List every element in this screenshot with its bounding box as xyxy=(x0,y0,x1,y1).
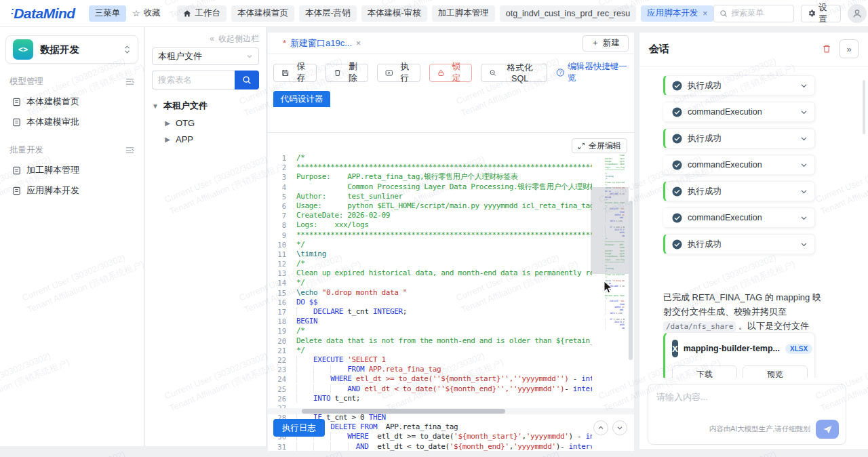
page-tab-2[interactable]: 本体建模首页 xyxy=(231,5,294,22)
delivery-file-card: X mapping-builder-temp... XLSX 下载 预览 xyxy=(663,332,815,378)
chevron-down-icon xyxy=(800,241,808,248)
unsaved-marker: * xyxy=(283,38,286,48)
lock-icon xyxy=(437,68,445,77)
horizontal-scrollbar-thumb[interactable] xyxy=(302,409,505,414)
code-line: 23 FROM APP.reta_fina_tag xyxy=(268,365,592,374)
document-icon xyxy=(12,118,21,127)
code-line: 17 DECLARE t_cnt INTEGER; xyxy=(268,307,592,317)
table-search-button[interactable] xyxy=(235,71,259,90)
tab-execution-log[interactable]: 执行日志 xyxy=(273,419,325,437)
product-title: 数据开发 xyxy=(40,43,117,56)
code-line: 11\timing xyxy=(268,250,592,259)
sidebar-item-应用脚本开发[interactable]: 应用脚本开发 xyxy=(5,180,138,201)
code-line: 20Delete data that is not from the month… xyxy=(268,336,592,346)
page-tab-1[interactable]: 工作台 xyxy=(177,5,226,22)
open-page-tabs: 工作台本体建模首页本体层-营销本体建模-审核加工脚本管理otg_indvl_cu… xyxy=(177,5,713,22)
chevron-down-icon xyxy=(246,53,253,60)
table-search-input[interactable] xyxy=(152,71,235,90)
page-tab-6[interactable]: otg_indvl_cust_ins_prd_rec_resu xyxy=(500,5,636,22)
tree-node-APP[interactable]: ▶APP xyxy=(164,132,259,146)
menu-search-input[interactable]: 搜索菜单 xyxy=(713,5,794,22)
delete-button[interactable]: 删除 xyxy=(326,64,369,82)
send-button[interactable] xyxy=(816,420,839,439)
session-step-3[interactable]: 执行成功 xyxy=(663,128,815,148)
caret-right-icon: ▶ xyxy=(164,136,171,143)
switcher-updown-icon xyxy=(123,45,131,54)
format-sql-button[interactable]: 格式化SQL xyxy=(481,64,547,82)
chevron-down-icon xyxy=(800,135,808,142)
code-line: 16DO $$ xyxy=(268,298,592,307)
session-panel: 会话 » 执行成功commandExecution执行成功commandExec… xyxy=(639,33,868,449)
sidebar-item-本体建模首页[interactable]: 本体建模首页 xyxy=(5,92,138,112)
home-icon xyxy=(183,9,191,18)
check-circle-icon xyxy=(672,239,682,250)
code-line: 9***************************************… xyxy=(268,231,592,240)
sidebar-item-本体建模审批[interactable]: 本体建模审批 xyxy=(5,112,138,132)
favorites-button[interactable]: ☆收藏 xyxy=(126,5,166,22)
double-chevron-left-icon: « xyxy=(210,34,214,43)
close-tab-icon[interactable]: × xyxy=(703,9,707,18)
chat-scrollbar-thumb[interactable] xyxy=(863,80,865,134)
lock-button[interactable]: 锁定 xyxy=(429,64,472,82)
file-scope-select[interactable]: 本租户文件 xyxy=(152,47,259,65)
tree-node-OTG[interactable]: ▶OTG xyxy=(164,115,259,130)
run-button[interactable]: 执行 xyxy=(377,64,420,82)
caret-right-icon: ▶ xyxy=(164,119,171,127)
panel-expand-up-button[interactable] xyxy=(593,420,608,435)
tab-code-designer[interactable]: 代码设计器 xyxy=(273,91,330,107)
shortcuts-link[interactable]: ? 编辑器快捷键一览 xyxy=(556,61,629,84)
close-tab-icon[interactable]: × xyxy=(356,39,361,48)
page-tab-4[interactable]: 本体建模-审核 xyxy=(361,5,427,22)
excel-file-icon: X xyxy=(672,340,678,357)
session-step-4[interactable]: commandExecution xyxy=(663,155,815,175)
tree-root[interactable]: ▼ 本租户文件 xyxy=(152,98,259,114)
vertical-scrollbar[interactable] xyxy=(629,201,633,360)
user-menu[interactable] xyxy=(848,4,868,23)
session-step-1[interactable]: 执行成功 xyxy=(663,75,815,96)
download-button[interactable]: 下载 xyxy=(672,365,737,378)
code-line: 18BEGIN xyxy=(268,317,592,326)
code-line: 1/* xyxy=(268,153,592,163)
data-dev-icon: <> xyxy=(13,39,33,60)
save-button[interactable]: 保存 xyxy=(273,64,317,82)
new-window-button[interactable]: ＋新建 xyxy=(583,35,629,52)
code-line: 13Clean up expired historical data, and … xyxy=(268,269,592,278)
chevron-up-icon xyxy=(597,424,604,431)
collapse-sidebar-button[interactable]: « 收起侧边栏 xyxy=(152,33,259,45)
settings-button[interactable]: 设置 xyxy=(801,5,841,22)
check-circle-icon xyxy=(672,186,682,197)
product-switcher[interactable]: <> 数据开发 xyxy=(5,35,138,64)
code-editor[interactable]: 全屏编辑 1/*2*******************************… xyxy=(268,132,634,451)
left-sidebar: <> 数据开发 模型管理本体建模首页本体建模审批批量开发加工脚本管理应用脚本开发 xyxy=(0,27,144,446)
clear-session-trash-icon[interactable] xyxy=(822,44,831,54)
code-lines[interactable]: 1/*2************************************… xyxy=(268,133,592,451)
check-circle-icon xyxy=(672,134,682,144)
session-scroll-area[interactable]: 执行成功commandExecution执行成功commandExecution… xyxy=(639,66,868,378)
paper-plane-icon xyxy=(823,424,833,435)
minimap-viewport[interactable] xyxy=(591,187,629,274)
caret-down-icon: ▼ xyxy=(152,102,159,110)
sidebar-item-加工脚本管理[interactable]: 加工脚本管理 xyxy=(5,160,138,180)
session-step-7[interactable]: 执行成功 xyxy=(663,234,815,254)
page-tab-5[interactable]: 加工脚本管理 xyxy=(432,5,495,22)
chevron-down-icon xyxy=(800,108,808,116)
session-step-5[interactable]: 执行成功 xyxy=(663,181,815,201)
session-step-2[interactable]: commandExecution xyxy=(663,102,815,122)
page-tab-7[interactable]: 应用脚本开发× xyxy=(641,5,713,22)
panel-collapse-down-button[interactable] xyxy=(612,420,627,435)
menu-chip[interactable]: 三菜单 xyxy=(89,5,127,22)
preview-button[interactable]: 预览 xyxy=(743,365,808,378)
code-line: 25 AND etl_dt < to_date(''${month_end}''… xyxy=(268,384,592,394)
editor-tab[interactable]: * 新建窗口a19c... × xyxy=(273,33,370,54)
sidebar-section-title: 模型管理 xyxy=(9,76,134,87)
page-tab-3[interactable]: 本体层-营销 xyxy=(299,5,357,22)
fullscreen-edit-button[interactable]: 全屏编辑 xyxy=(572,138,627,153)
chat-input-box[interactable]: 请输入内容... 内容由AI大模型生产,请仔细甄别 xyxy=(648,384,846,445)
session-step-6[interactable]: commandExecution xyxy=(663,207,815,228)
code-line: 15\echo "0.drop month data " xyxy=(268,288,592,298)
code-line: 3Purpose: APP.reta_fina_tag,银行零售用户个人理财标签… xyxy=(268,172,592,182)
collapse-panel-button[interactable]: » xyxy=(840,39,859,58)
code-line: 6Usage: python $ETL_HOME/script/main.py … xyxy=(268,201,592,211)
code-line: 21*/ xyxy=(268,346,592,355)
question-circle-icon: ? xyxy=(556,68,565,77)
